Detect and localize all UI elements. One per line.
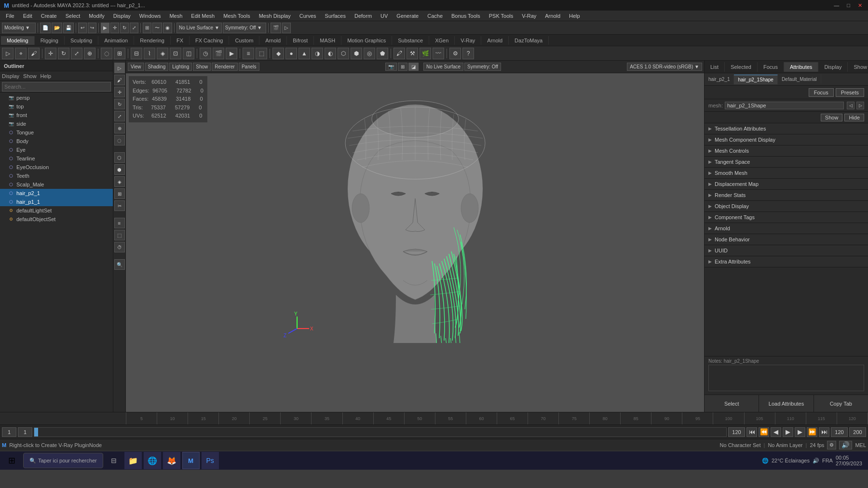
renderer-menu[interactable]: Renderer (212, 63, 238, 71)
bevel-btn[interactable]: ◈ (114, 176, 125, 187)
scale-tool[interactable]: ⤢ (130, 23, 138, 33)
xgen-icon[interactable]: 🌿 (420, 48, 431, 59)
tree-item-scalp[interactable]: ⬡ Scalp_Male (0, 180, 113, 189)
wire-btn[interactable]: ⊞ (398, 63, 407, 71)
tools-icon1[interactable]: ◆ (272, 48, 284, 59)
tree-item-hair-p2[interactable]: ⬡ hair_p2_1 (0, 189, 113, 198)
tab-display[interactable]: Display (818, 62, 848, 72)
menu-curves[interactable]: Curves (296, 12, 320, 20)
close-button[interactable]: ✕ (856, 2, 864, 9)
new-scene[interactable]: 📄 (40, 23, 51, 33)
taskbar-firefox[interactable]: 🦊 (163, 452, 180, 469)
tab-sculpting[interactable]: Sculpting (65, 36, 98, 45)
menu-deform[interactable]: Deform (351, 12, 376, 20)
snap-grid-icon[interactable]: ⊟ (131, 48, 142, 59)
anim-layer-btn[interactable]: ⏱ (114, 242, 125, 252)
color-profile-btn[interactable]: ACES 1.0 SDR-video (sRGB) ▼ (627, 63, 702, 71)
tree-item-defaultlightset[interactable]: ⚙ defaultLightSet (0, 206, 113, 215)
tools-icon2[interactable]: ● (285, 48, 297, 59)
section-smooth-mesh-header[interactable]: ▶ Smooth Mesh (705, 168, 868, 178)
paint-icon[interactable]: 🖍 (393, 48, 405, 59)
select-tool-btn[interactable]: ▷ (114, 63, 125, 73)
tab-daztomaya[interactable]: DazToMaya (509, 36, 549, 45)
menu-mesh-display[interactable]: Mesh Display (255, 12, 295, 20)
section-component-tags-header[interactable]: ▶ Component Tags (705, 212, 868, 223)
focus-button[interactable]: Focus (809, 88, 834, 97)
tab-arnold[interactable]: Arnold (259, 36, 287, 45)
total-frame-input[interactable] (849, 427, 866, 437)
snap-point-icon[interactable]: ◈ (157, 48, 168, 59)
tree-item-eyeocclusion[interactable]: ⬡ EyeOcclusion (0, 163, 113, 171)
snap-curve-icon[interactable]: ⌇ (144, 48, 155, 59)
next-key-btn[interactable]: ⏩ (807, 427, 817, 437)
minimize-button[interactable]: — (832, 2, 841, 9)
tab-fx-caching[interactable]: FX Caching (190, 36, 229, 45)
show-menu[interactable]: Show (193, 63, 211, 71)
notes-input[interactable] (708, 365, 864, 391)
move-tool[interactable]: ✛ (110, 23, 119, 33)
menu-edit-mesh[interactable]: Edit Mesh (187, 12, 218, 20)
hide-button[interactable]: Hide (844, 114, 864, 121)
outliner-help-menu[interactable]: Help (41, 73, 52, 79)
fps-settings-btn[interactable]: ⚙ (827, 441, 836, 449)
viewport-content[interactable]: Verts: 60610 41851 0 Edges: 96705 72782 … (126, 73, 704, 412)
tools-icon7[interactable]: ⬢ (351, 48, 362, 59)
tools-icon8[interactable]: ◎ (364, 48, 375, 59)
tab-selected[interactable]: Selected (725, 62, 758, 72)
tab-motion-graphics[interactable]: Motion Graphics (341, 36, 392, 45)
tab-animation[interactable]: Animation (98, 36, 134, 45)
tab-bifrost[interactable]: Bifrost (287, 36, 314, 45)
camera-persp[interactable]: No Live Surface ▼ (176, 23, 222, 33)
section-mesh-controls-header[interactable]: ▶ Mesh Controls (705, 145, 868, 156)
section-render-stats-header[interactable]: ▶ Render Stats (705, 190, 868, 200)
live-surface-btn[interactable]: No Live Surface (423, 63, 463, 71)
menu-display[interactable]: Display (109, 12, 135, 20)
menu-mesh[interactable]: Mesh (165, 12, 186, 20)
select-icon[interactable]: ▷ (2, 48, 14, 59)
end-frame-input[interactable] (728, 427, 745, 437)
tree-item-teeth[interactable]: ⬡ Teeth (0, 171, 113, 180)
paint-select-btn[interactable]: 🖌 (114, 75, 125, 85)
render-layer-btn[interactable]: ⬚ (114, 230, 125, 240)
tree-item-top[interactable]: 📷 top (0, 102, 113, 111)
magnify-btn[interactable]: 🔍 (114, 259, 125, 270)
viewport[interactable]: View Shading Lighting Show Renderer Pane… (126, 61, 704, 412)
save-scene[interactable]: 💾 (63, 23, 74, 33)
windows-start[interactable]: ⊞ (2, 452, 21, 469)
tree-item-tongue[interactable]: ⬡ Tongue (0, 128, 113, 137)
load-attributes-button[interactable]: Load Attributes (759, 395, 814, 412)
display-layer-btn[interactable]: ≡ (114, 218, 125, 228)
universal-manip[interactable]: ⊕ (84, 48, 95, 59)
panels-menu[interactable]: Panels (239, 63, 259, 71)
snap-view-icon[interactable]: ◫ (183, 48, 194, 59)
presets-button[interactable]: Presets (836, 88, 864, 97)
menu-select[interactable]: Select (62, 12, 84, 20)
rotate-tool[interactable]: ↻ (120, 23, 129, 33)
section-tangent-header[interactable]: ▶ Tangent Space (705, 157, 868, 167)
max-frame-input[interactable] (831, 427, 848, 437)
display-layers[interactable]: ≡ (243, 48, 254, 59)
menu-create[interactable]: Create (37, 12, 61, 20)
tools-icon6[interactable]: ⬡ (338, 48, 349, 59)
prev-frame-btn[interactable]: ◀ (771, 427, 781, 437)
mesh-right-arrow[interactable]: ▷ (856, 102, 864, 109)
section-arnold-header[interactable]: ▶ Arnold (705, 223, 868, 234)
redo[interactable]: ↪ (88, 23, 96, 33)
soft-modify[interactable]: ◌ (101, 48, 112, 59)
maximize-button[interactable]: □ (845, 2, 852, 9)
tree-item-side[interactable]: 📷 side (0, 119, 113, 128)
lasso-icon[interactable]: ⌖ (15, 48, 27, 59)
menu-file[interactable]: File (2, 12, 18, 20)
bridge-btn[interactable]: ⬢ (114, 164, 125, 175)
open-scene[interactable]: 📂 (52, 23, 62, 33)
tools-icon5[interactable]: ◐ (325, 48, 336, 59)
tree-item-body[interactable]: ⬡ Body (0, 137, 113, 145)
undo[interactable]: ↩ (78, 23, 87, 33)
tools-icon3[interactable]: ▲ (298, 48, 310, 59)
multi-cut-btn[interactable]: ✂ (114, 200, 125, 211)
section-displacement-header[interactable]: ▶ Displacement Map (705, 179, 868, 189)
soft-modify-btn[interactable]: ◌ (114, 135, 125, 145)
menu-generate[interactable]: Generate (393, 12, 422, 20)
settings-icon[interactable]: ⚙ (449, 48, 461, 59)
tab-list[interactable]: List (705, 62, 725, 72)
